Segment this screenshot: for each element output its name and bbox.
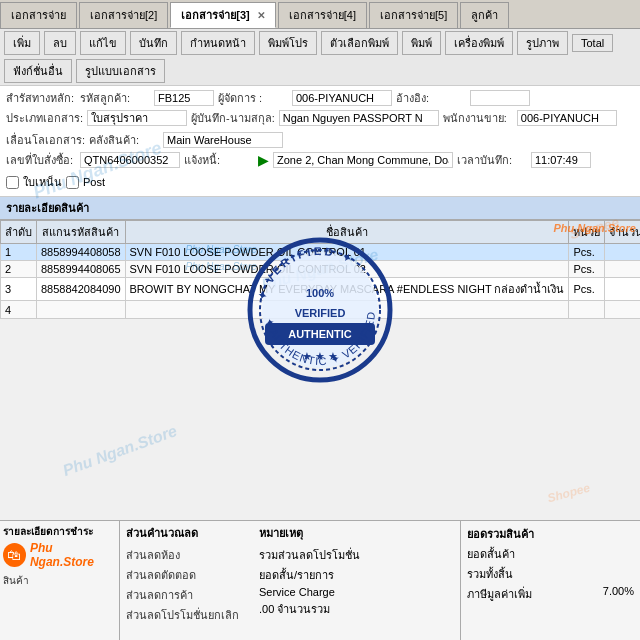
cell-barcode: 8858994408058 xyxy=(37,244,126,261)
cell-unit xyxy=(569,301,605,319)
input-order-no[interactable] xyxy=(80,152,180,168)
row-label-2: ส่วนลดตัดตอด xyxy=(126,566,196,584)
form-row-3: เลขที่ใบสั่งซื้อ: แจ้งหนี้: ▶ เวลาบันทึก… xyxy=(6,151,634,191)
bottom-mid-row-1: ส่วนลดห้อง xyxy=(126,545,239,565)
green-arrow-icon: ▶ xyxy=(258,152,269,168)
bottom-mid-inner: ส่วนคำนวณลด ส่วนลดห้อง ส่วนลดตัดตอด ส่วน… xyxy=(126,524,454,625)
btn-print[interactable]: พิมพ์ xyxy=(402,31,441,55)
tab-3-close[interactable]: ✕ xyxy=(257,10,265,21)
bottom-left-item: สินค้า xyxy=(3,572,116,589)
btn-delete[interactable]: ลบ xyxy=(44,31,76,55)
label-ref: อ้างอิง: xyxy=(396,89,466,107)
checkbox-area-1: เลื่อนโลเอกสาร: xyxy=(6,131,85,149)
bottom-mid-service-row: Service Charge xyxy=(259,585,360,599)
table-row[interactable]: 3 8858842084090 BROWIT BY NONGCHAT MY EV… xyxy=(1,278,641,301)
input-billing[interactable] xyxy=(273,152,453,168)
right-val-3: 7.00% xyxy=(603,585,634,603)
total-note-label: .00 จำนวนรวม xyxy=(259,600,330,618)
cell-qty xyxy=(605,301,640,319)
service-label: Service Charge xyxy=(259,586,335,598)
cell-unit: Pcs. xyxy=(569,244,605,261)
shopee-brand-text: Phu Ngan.Store xyxy=(30,541,116,569)
label-customer-code: รหัสลูกค้า: xyxy=(80,89,150,107)
svg-rect-6 xyxy=(265,323,375,345)
label-time: เวลาบันทึก: xyxy=(457,151,527,169)
table-row[interactable]: 2 8858994408065 SVN F010 LOOSE POWDER OI… xyxy=(1,261,641,278)
row-label-4: ส่วนลดโปรโมชั่นยกเลิก xyxy=(126,606,239,624)
tabs-bar: เอกสารจ่าย เอกสารจ่าย[2] เอกสารจ่าย[3] ✕… xyxy=(0,0,640,29)
svg-text:★ ★ ★: ★ ★ ★ xyxy=(302,350,338,362)
watermark-row1: Phu Ngan.Store xyxy=(186,244,257,255)
cell-qty xyxy=(605,278,640,301)
cell-qty xyxy=(605,261,640,278)
input-warehouse[interactable] xyxy=(163,132,283,148)
btn-print-pro[interactable]: พิมพ์โปร xyxy=(259,31,317,55)
svg-text:AUTHENTIC: AUTHENTIC xyxy=(288,328,352,340)
cell-id: 4 xyxy=(1,301,37,319)
btn-printer[interactable]: เครื่องพิมพ์ xyxy=(445,31,513,55)
watermark-diagonal-3: Phu Ngan.Store xyxy=(61,422,180,480)
btn-doc-format[interactable]: รูปแบบเอกสาร xyxy=(76,59,165,83)
bottom-mid-right: หมายเหตุ รวมส่วนลดโปรโมชั่น ยอดสั้น/รายก… xyxy=(259,524,360,625)
products-table: ลำดับ สแกนรหัสสินค้า ชื่อสินค้า หน่วย จำ… xyxy=(0,220,640,319)
bottom-mid-promo-row: รวมส่วนลดโปรโมชั่น xyxy=(259,545,360,565)
btn-total[interactable]: Total xyxy=(572,34,613,52)
cell-name: BROWIT BY NONGCHAT MY EVERYDAY MASCARA #… xyxy=(125,278,569,301)
bottom-mid-row-4: ส่วนลดโปรโมชั่นยกเลิก xyxy=(126,605,239,625)
btn-other-func[interactable]: ฟังก์ชั่นอื่น xyxy=(4,59,72,83)
checkbox-invoice[interactable] xyxy=(6,176,19,189)
item-label: ยอดสั้น/รายการ xyxy=(259,566,334,584)
input-customer-code[interactable] xyxy=(154,90,214,106)
input-salesperson[interactable] xyxy=(517,110,617,126)
tab-1[interactable]: เอกสารจ่าย xyxy=(0,2,77,28)
btn-save[interactable]: บันทึก xyxy=(130,31,177,55)
tab-4[interactable]: เอกสารจ่าย[4] xyxy=(278,2,367,28)
col-unit: หน่วย xyxy=(569,221,605,244)
form-row-2: ประเภทเอกสาร: ผู้บันทึก-นามสกุล: พนักงาน… xyxy=(6,109,634,149)
table-row[interactable]: 1 8858994408058 SVN F010 LOOSE POWDER OI… xyxy=(1,244,641,261)
section-header-products: รายละเอียดสินค้า xyxy=(0,197,640,220)
watermark-diagonal-4: Shopee xyxy=(546,481,591,506)
btn-edit[interactable]: แก้ไข xyxy=(80,31,126,55)
btn-add[interactable]: เพิ่ม xyxy=(4,31,40,55)
bottom-left-title: รายละเอียดการชำระ xyxy=(3,524,116,539)
label-doc-type: ประเภทเอกสาร: xyxy=(6,109,83,127)
cell-id: 2 xyxy=(1,261,37,278)
cell-name: SVN F010 LOOSE POWDER OIL CONTROL 01 Phu… xyxy=(125,244,569,261)
cell-barcode xyxy=(37,301,126,319)
table-row[interactable]: 4 xyxy=(1,301,641,319)
row-label-1: ส่วนลดห้อง xyxy=(126,546,180,564)
cell-qty xyxy=(605,244,640,261)
tab-5[interactable]: เอกสารจ่าย[5] xyxy=(369,2,458,28)
label-doc-transfer: เลื่อนโลเอกสาร: xyxy=(6,131,85,149)
col-id: ลำดับ xyxy=(1,221,37,244)
checkbox-post[interactable] xyxy=(66,176,79,189)
tab-3[interactable]: เอกสารจ่าย[3] ✕ xyxy=(170,2,276,28)
tab-6[interactable]: ลูกค้า xyxy=(460,2,509,28)
tab-2[interactable]: เอกสารจ่าย[2] xyxy=(79,2,168,28)
table-container: Phu Ngan.Store Phu Ngan.Store ลำดับ สแกน… xyxy=(0,220,640,319)
input-time[interactable] xyxy=(531,152,591,168)
bottom-left-panel: รายละเอียดการชำระ 🛍 Phu Ngan.Store สินค้… xyxy=(0,521,120,640)
btn-page-setup[interactable]: กำหนดหน้า xyxy=(181,31,255,55)
input-manager[interactable] xyxy=(292,90,392,106)
bottom-right-title-row: ยอดรวมสินค้า xyxy=(467,524,634,544)
btn-print-options[interactable]: ตัวเลือกพิมพ์ xyxy=(321,31,398,55)
toolbar: เพิ่ม ลบ แก้ไข บันทึก กำหนดหน้า พิมพ์โปร… xyxy=(0,29,640,86)
input-ref[interactable] xyxy=(470,90,530,106)
cell-name: SVN F010 LOOSE POWDER OIL CONTROL 02 Phu… xyxy=(125,261,569,278)
input-recorder[interactable] xyxy=(279,110,439,126)
bottom-right-row-3: ภาษีมูลค่าเพิ่ม 7.00% xyxy=(467,584,634,604)
right-label-3: ภาษีมูลค่าเพิ่ม xyxy=(467,585,532,603)
bottom-right-panel: ยอดรวมสินค้า ยอดสั้นค้า รวมทั้งสิ้น ภาษี… xyxy=(460,521,640,640)
label-billing: แจ้งหนี้: xyxy=(184,151,254,169)
input-doc-type[interactable] xyxy=(87,110,187,126)
bottom-mid-item-row: ยอดสั้น/รายการ xyxy=(259,565,360,585)
bottom-area: รายละเอียดการชำระ 🛍 Phu Ngan.Store สินค้… xyxy=(0,520,640,640)
row-label-3: ส่วนลดการค้า xyxy=(126,586,193,604)
promo-label: รวมส่วนลดโปรโมชั่น xyxy=(259,546,360,564)
cell-barcode: 8858994408065 xyxy=(37,261,126,278)
btn-image[interactable]: รูปภาพ xyxy=(517,31,568,55)
label-post: Post xyxy=(83,176,105,188)
cell-id: 1 xyxy=(1,244,37,261)
